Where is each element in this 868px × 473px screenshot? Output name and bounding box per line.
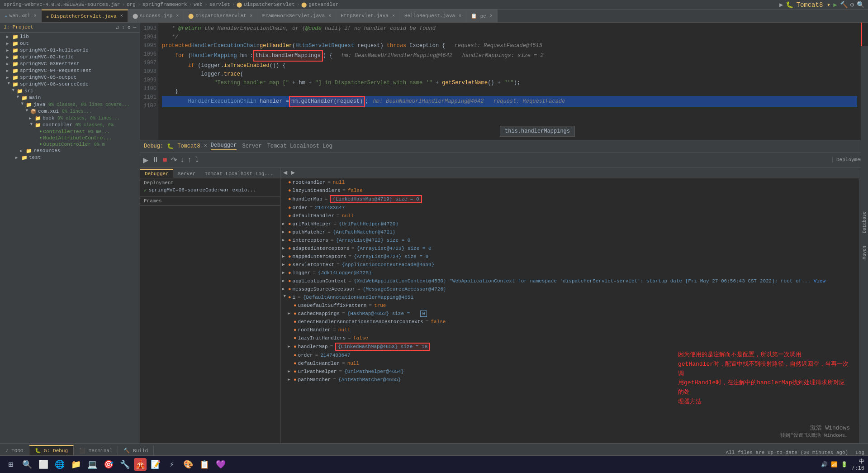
var-expand-icon[interactable]: ▶: [288, 377, 292, 382]
var-expand-icon[interactable]: ▶: [288, 344, 292, 349]
tree-lib[interactable]: ▶📁 lib: [0, 33, 140, 40]
app11-icon[interactable]: 📋: [197, 457, 212, 472]
tab-frameworkservlet[interactable]: FrameworkServlet.java ×: [258, 10, 337, 22]
idea-icon[interactable]: 💻: [85, 457, 100, 472]
var-pathMatcher-1[interactable]: ▶ ● pathMatcher = {AntPathMatcher@4721}: [280, 228, 859, 236]
taskview-btn[interactable]: ⬜: [36, 457, 51, 472]
var-handlerMap-1[interactable]: ● handlerMap = {LinkedHashMap@4719} size…: [280, 195, 859, 204]
breadcrumb-org[interactable]: org: [127, 2, 136, 7]
var-defaultHandler-1[interactable]: ● defaultHandler = null: [280, 212, 859, 220]
app8-icon[interactable]: 📝: [148, 457, 163, 472]
var-lazyInitHandlers-1[interactable]: ● lazyInitHandlers = false: [280, 186, 859, 195]
var-expand-icon[interactable]: ▶: [288, 369, 292, 374]
tab-hellorequest[interactable]: HelloRequest.java ×: [400, 10, 466, 22]
tab-debugger[interactable]: Debugger: [140, 169, 173, 178]
tab-webxml-close[interactable]: ×: [34, 14, 37, 19]
var-expand-icon[interactable]: ▶: [282, 295, 287, 300]
tree-controllertest[interactable]: ▶ ● ControllerTest 0% me...: [0, 129, 140, 135]
var-expand-icon[interactable]: ▶: [282, 238, 287, 243]
tab-terminal[interactable]: ⬛ Terminal: [74, 446, 118, 455]
var-servletContext[interactable]: ▶ ● servletContext = {ApplicationContext…: [280, 261, 859, 269]
pause-btn[interactable]: ⏸: [151, 155, 160, 165]
tab-hr-close[interactable]: ×: [459, 14, 461, 19]
var-applicationContext[interactable]: ▶ ● applicationContext = {XmlWebApplicat…: [280, 277, 859, 285]
debug-tomcat-label[interactable]: Tomcat8: [177, 143, 200, 149]
tab-todo[interactable]: ✓ TODO: [0, 446, 29, 455]
debug-tomcat-log-tab[interactable]: Tomcat Localhost Log: [267, 143, 332, 149]
breadcrumb-servlet[interactable]: servlet: [209, 2, 230, 7]
code-content[interactable]: * @return the HandlerExecutionChain, or …: [158, 23, 861, 140]
var-expand-icon[interactable]: ▶: [282, 270, 287, 275]
sync-icon[interactable]: ⇄: [116, 24, 119, 30]
tab-fs-close[interactable]: ×: [328, 14, 331, 19]
var-messageSourceAccessor[interactable]: ▶ ● messageSourceAccessor = {MessageSour…: [280, 285, 859, 293]
tab-pc[interactable]: 📋 pc ×: [466, 10, 498, 22]
var-lazyInitHandlers-2[interactable]: ● lazyInitHandlers = false: [280, 334, 859, 342]
chrome-icon[interactable]: 🌐: [52, 457, 67, 472]
app12-icon[interactable]: 💜: [213, 457, 228, 472]
var-expand-icon[interactable]: ▶: [282, 229, 287, 234]
sort-icon[interactable]: ↕: [122, 24, 125, 30]
settings-icon[interactable]: ⚙: [850, 1, 854, 9]
app5-icon[interactable]: 🎯: [101, 457, 116, 472]
var-detectHandlerAnnotations[interactable]: ● detectHandlerAnnotationsInAncestorCont…: [280, 318, 859, 326]
breadcrumb-web[interactable]: web: [194, 2, 203, 7]
tree-mvc04[interactable]: ▶📁 springMVC-04-RequestTest: [0, 67, 140, 74]
tree-outputcontroller[interactable]: ▶ ● OutputController 0% m: [0, 141, 140, 148]
var-order-1[interactable]: ● order = 2147483647: [280, 204, 859, 212]
breadcrumb-springframework[interactable]: springframework: [142, 2, 187, 7]
resume-btn[interactable]: ▶: [142, 155, 149, 165]
tree-main[interactable]: ▶📁 main: [0, 95, 140, 101]
breadcrumb-class[interactable]: ⬤: [237, 2, 242, 8]
tree-out[interactable]: ▶📁 out: [0, 40, 140, 47]
tab-tomcat-log[interactable]: Tomcat Localhost Log...: [200, 170, 278, 178]
maven-label[interactable]: Maven: [861, 244, 868, 261]
breadcrumb-gethandler[interactable]: getHandler: [308, 2, 338, 7]
build-btn[interactable]: 🔨: [840, 1, 848, 9]
tab-success-jsp[interactable]: ⬤ success.jsp ×: [128, 10, 184, 22]
tab-webxml[interactable]: ✦ web.xml ×: [0, 10, 42, 22]
tab-dispatcherservlet-java[interactable]: ☕ DispatcherServlet.java ×: [42, 10, 128, 22]
var-urlPathHelper-1[interactable]: ▶ ● urlPathHelper = {UrlPathHelper@4720}: [280, 220, 859, 228]
step-over-btn[interactable]: ↷: [170, 155, 178, 165]
breadcrumb-jar[interactable]: spring-webmvc-4.0.0.RELEASE-sources.jar: [4, 2, 120, 7]
tab-ds-close[interactable]: ×: [120, 14, 123, 19]
step-into-btn[interactable]: ↓: [180, 155, 185, 165]
var-section-1[interactable]: ▶ ● 1 = {DefaultAnnotationHandlerMapping…: [280, 293, 859, 301]
gear-icon[interactable]: ⚙: [128, 24, 131, 30]
run-icon[interactable]: ▶: [779, 1, 783, 9]
deploy-item[interactable]: ✓ springMVC-06-sourceCode:war explo...: [144, 186, 276, 194]
var-adaptedInterceptors[interactable]: ▶ ● adaptedInterceptors = {ArrayList@472…: [280, 244, 859, 253]
minus-icon[interactable]: —: [133, 24, 136, 30]
var-logger[interactable]: ▶ ● logger = {Jdk14Logger@4725}: [280, 269, 859, 277]
var-expand-icon[interactable]: ▶: [282, 254, 287, 259]
tree-mvc03[interactable]: ▶📁 springMVC-03RestTest: [0, 61, 140, 67]
tree-book[interactable]: ▶📁 book 0% classes, 0% lines...: [0, 115, 140, 122]
tab-hs-close[interactable]: ×: [392, 14, 395, 19]
tab-build[interactable]: 🔨 Build: [118, 446, 154, 455]
tree-modelattribute[interactable]: ▶ ● ModelAttributeContro...: [0, 135, 140, 141]
var-expand-icon[interactable]: ▶: [282, 246, 287, 251]
var-useDefaultSuffix[interactable]: ● useDefaultSuffixPattern = true: [280, 301, 859, 310]
search-taskbar[interactable]: 🔍: [20, 457, 34, 472]
tree-controller[interactable]: ▶📁 controller 0% classes, 0%: [0, 122, 140, 129]
app10-icon[interactable]: 🎨: [181, 457, 195, 472]
tab-server[interactable]: Server: [173, 170, 200, 178]
tree-java[interactable]: ▶📁 java 0% classes, 0% lines covere...: [0, 101, 140, 108]
database-label[interactable]: Database: [861, 210, 868, 235]
var-expand-icon[interactable]: ▶: [288, 311, 292, 316]
debug-debugger-tab[interactable]: Debugger: [211, 142, 237, 150]
tab-success-close[interactable]: ×: [176, 14, 179, 19]
tree-resources[interactable]: ▶📁 resources: [0, 148, 140, 154]
var-interceptors[interactable]: ▶ ● interceptors = {ArrayList@4722} size…: [280, 236, 859, 244]
start-btn[interactable]: ⊞: [4, 457, 18, 472]
tree-comxu1[interactable]: ▶📦 com.xu1 0% lines...: [0, 108, 140, 115]
debug-close[interactable]: ×: [204, 143, 207, 149]
forward-btn[interactable]: ▶: [290, 168, 296, 177]
run-btn[interactable]: ▶: [833, 1, 837, 9]
log-label[interactable]: Log: [852, 450, 868, 455]
tab-dsc-close[interactable]: ×: [250, 14, 253, 19]
run-to-cursor-btn[interactable]: ⤵: [194, 155, 199, 165]
var-rootHandler-2[interactable]: ● rootHandler = null: [280, 326, 859, 334]
tree-mvc05[interactable]: ▶📁 springMVC-05-output: [0, 74, 140, 81]
